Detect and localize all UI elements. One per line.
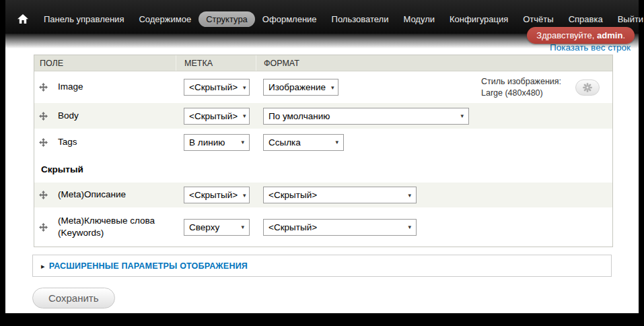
dropdown-arrow-icon: ▾ bbox=[331, 84, 334, 91]
table-row-body: Body <Скрытый>▾ По умолчанию▾ bbox=[34, 103, 612, 129]
field-cell: Image bbox=[34, 81, 176, 93]
page-content: Показать вес строк ПОЛЕ МЕТКА ФОРМАТ Ima… bbox=[5, 34, 639, 313]
format-select-meta-keywords[interactable]: <Скрытый>▾ bbox=[263, 219, 417, 236]
show-row-weights-link[interactable]: Показать вес строк bbox=[550, 42, 631, 53]
field-name: Body bbox=[58, 110, 79, 122]
toolbar-item-users[interactable]: Пользователи bbox=[324, 11, 396, 27]
image-style-label: Стиль изображения: bbox=[481, 76, 570, 87]
select-value: <Скрытый> bbox=[269, 222, 317, 232]
label-select-body[interactable]: <Скрытый>▾ bbox=[184, 108, 250, 125]
toolbar-item-configuration[interactable]: Конфигурация bbox=[442, 11, 515, 27]
advanced-settings-title: РАСШИРЕННЫЕ ПАРАМЕТРЫ ОТОБРАЖЕНИЯ bbox=[49, 261, 248, 271]
toolbar-item-structure[interactable]: Структура bbox=[199, 11, 255, 27]
label-cell: <Скрытый>▾ bbox=[176, 187, 256, 203]
field-name: (Meta)Ключевые слова (Keywords) bbox=[58, 215, 159, 239]
hidden-section-row: Скрытый bbox=[34, 156, 612, 183]
dropdown-arrow-icon: ▾ bbox=[335, 139, 338, 145]
dropdown-arrow-icon: ▾ bbox=[408, 224, 411, 230]
label-cell: <Скрытый>▾ bbox=[176, 79, 256, 96]
drag-handle-icon[interactable] bbox=[39, 112, 48, 121]
select-value: <Скрытый> bbox=[189, 82, 238, 92]
column-header-format: ФОРМАТ bbox=[256, 55, 612, 71]
format-select-tags[interactable]: Ссылка▾ bbox=[263, 134, 344, 151]
drag-handle-icon[interactable] bbox=[39, 83, 48, 92]
format-select-image[interactable]: Изображение▾ bbox=[263, 79, 338, 96]
select-value: Ссылка bbox=[269, 137, 301, 148]
format-select-body[interactable]: По умолчанию▾ bbox=[263, 108, 469, 125]
image-style-summary: Стиль изображения: Large (480x480) bbox=[481, 76, 570, 98]
select-value: Изображение bbox=[269, 82, 326, 92]
label-select-meta-keywords[interactable]: Сверху▾ bbox=[184, 219, 250, 236]
field-cell: Body bbox=[34, 110, 176, 122]
column-header-field: ПОЛЕ bbox=[34, 55, 176, 71]
field-name: Tags bbox=[58, 136, 77, 148]
toolbar-item-reports[interactable]: Отчёты bbox=[515, 11, 561, 27]
field-display-table: ПОЛЕ МЕТКА ФОРМАТ Image <Скрытый>▾ Изобр… bbox=[34, 55, 613, 247]
label-cell: <Скрытый>▾ bbox=[176, 108, 256, 125]
format-cell: По умолчанию▾ bbox=[256, 108, 612, 125]
dropdown-arrow-icon: ▾ bbox=[460, 112, 464, 119]
format-select-meta-description[interactable]: <Скрытый>▾ bbox=[263, 187, 417, 203]
toolbar-item-appearance[interactable]: Оформление bbox=[255, 11, 324, 27]
toolbar-item-content[interactable]: Содержимое bbox=[131, 11, 199, 27]
drag-handle-icon[interactable] bbox=[39, 191, 48, 199]
select-value: <Скрытый> bbox=[269, 190, 317, 200]
select-value: По умолчанию bbox=[269, 111, 330, 121]
dropdown-arrow-icon: ▾ bbox=[241, 224, 244, 230]
label-cell: Сверху▾ bbox=[176, 219, 256, 236]
dropdown-arrow-icon: ▾ bbox=[241, 139, 244, 145]
field-name: (Meta)Описание bbox=[58, 189, 126, 201]
field-cell: (Meta)Ключевые слова (Keywords) bbox=[34, 215, 176, 239]
greeting-suffix: . bbox=[622, 30, 625, 40]
format-cell: <Скрытый>▾ bbox=[256, 219, 612, 236]
user-greeting-badge[interactable]: Здравствуйте, admin. bbox=[527, 27, 635, 44]
drupal-manage-display-page: { "toolbar": { "items": ["Панель управле… bbox=[0, 0, 644, 326]
dropdown-arrow-icon: ▾ bbox=[243, 112, 246, 119]
format-cell: <Скрытый>▾ bbox=[256, 187, 612, 203]
gear-icon bbox=[583, 83, 592, 92]
advanced-display-settings-fieldset: ▸РАСШИРЕННЫЕ ПАРАМЕТРЫ ОТОБРАЖЕНИЯ bbox=[32, 255, 612, 277]
dropdown-arrow-icon: ▾ bbox=[243, 84, 246, 91]
toolbar-item-help[interactable]: Справка bbox=[561, 11, 610, 27]
select-value: <Скрытый> bbox=[189, 111, 238, 121]
field-cell: Tags bbox=[34, 136, 176, 148]
logout-link[interactable]: Выйти bbox=[610, 11, 644, 27]
format-cell: Изображение▾ Стиль изображения: Large (4… bbox=[256, 76, 612, 98]
label-select-image[interactable]: <Скрытый>▾ bbox=[184, 79, 250, 96]
home-icon[interactable] bbox=[17, 14, 28, 24]
table-row-tags: Tags В линию▾ Ссылка▾ bbox=[34, 129, 612, 156]
table-header-row: ПОЛЕ МЕТКА ФОРМАТ bbox=[34, 55, 612, 71]
advanced-settings-toggle[interactable]: ▸РАСШИРЕННЫЕ ПАРАМЕТРЫ ОТОБРАЖЕНИЯ bbox=[41, 261, 248, 271]
drag-handle-icon[interactable] bbox=[39, 223, 48, 232]
label-cell: В линию▾ bbox=[176, 134, 256, 151]
select-value: Сверху bbox=[189, 222, 219, 232]
image-style-value: Large (480x480) bbox=[481, 88, 570, 98]
toolbar-item-modules[interactable]: Модули bbox=[396, 11, 442, 27]
dropdown-arrow-icon: ▾ bbox=[408, 192, 411, 199]
table-row-image: Image <Скрытый>▾ Изображение▾ Стиль изоб… bbox=[34, 71, 612, 103]
table-row-meta-keywords: (Meta)Ключевые слова (Keywords) Сверху▾ … bbox=[34, 207, 612, 247]
greeting-username: admin bbox=[597, 30, 622, 40]
select-value: <Скрытый> bbox=[189, 190, 238, 200]
save-button[interactable]: Сохранить bbox=[32, 288, 115, 308]
field-cell: (Meta)Описание bbox=[34, 189, 176, 201]
table-row-meta-description: (Meta)Описание <Скрытый>▾ <Скрытый>▾ bbox=[34, 183, 612, 207]
drag-handle-icon[interactable] bbox=[39, 138, 48, 147]
hidden-section-label: Скрытый bbox=[41, 164, 83, 174]
collapsed-triangle-icon: ▸ bbox=[41, 262, 45, 270]
greeting-prefix: Здравствуйте, bbox=[536, 30, 594, 40]
field-name: Image bbox=[58, 81, 83, 93]
label-select-meta-description[interactable]: <Скрытый>▾ bbox=[184, 187, 250, 203]
toolbar-item-dashboard[interactable]: Панель управления bbox=[36, 11, 131, 27]
select-value: В линию bbox=[189, 137, 225, 148]
dropdown-arrow-icon: ▾ bbox=[243, 192, 246, 199]
format-cell: Ссылка▾ bbox=[256, 134, 612, 151]
column-header-label: МЕТКА bbox=[176, 55, 256, 71]
format-settings-button[interactable] bbox=[575, 79, 600, 96]
label-select-tags[interactable]: В линию▾ bbox=[184, 134, 250, 151]
